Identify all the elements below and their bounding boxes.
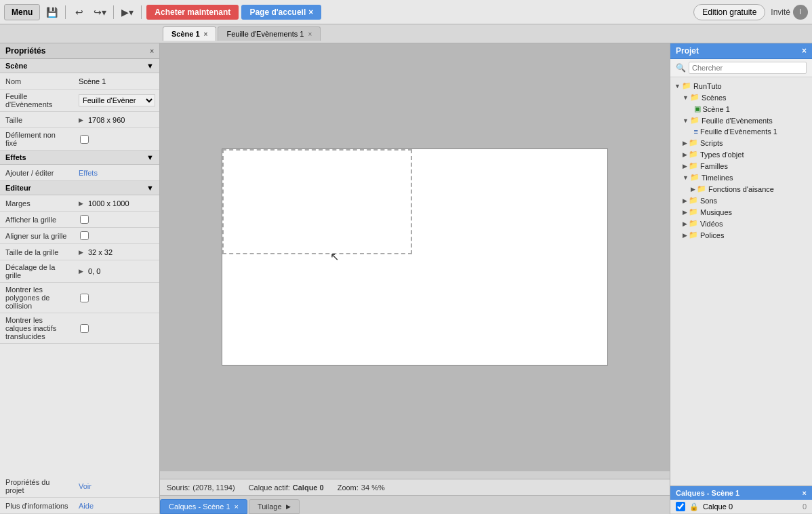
accueil-close-icon[interactable]: × [308,7,313,17]
tree-item-scripts[interactable]: ▶ 📁 Scripts [670,137,812,149]
prop-afficher-grille-value [75,212,159,226]
prop-taille-grille-text: 32 x 32 [88,248,113,256]
prop-polygones-label: Montrer les polygones de collision [0,283,75,313]
tree-item-types[interactable]: ▶ 📁 Types d'objet [670,149,812,160]
prop-taille-grille-value[interactable]: ▶ 32 x 32 [75,245,159,259]
tab-events1[interactable]: Feuille d'Evènements 1 × [218,26,321,41]
scene-section-header[interactable]: Scène ▼ [0,59,159,73]
calques-close-icon[interactable]: × [803,489,807,497]
bottom-tabbar: Calques - Scène 1 × Tuilage ▶ [160,495,670,514]
file-icon-feuille1: ≡ [694,127,698,136]
prop-project-props-link[interactable]: Voir [79,482,92,490]
prop-calques-inactifs-checkbox[interactable] [80,324,89,333]
tree-arrow-runtuto: ▼ [674,83,681,90]
invite-area: Invité I [771,5,808,20]
tree-item-scenes[interactable]: ▼ 📁 Scènes [670,92,812,103]
prop-more-info-link[interactable]: Aide [79,502,94,510]
tree-item-fonctions[interactable]: ▶ 📁 Fonctions d'aisance [670,183,812,195]
calques-row-0: 🔒 Calque 0 0 [670,500,812,514]
prop-taille-value[interactable]: ▶ 1708 x 960 [75,113,159,127]
tab-scene1-close[interactable]: × [204,31,208,38]
folder-icon-feuille: 📁 [690,116,699,125]
accueil-button[interactable]: Page d'accueil × [241,5,321,20]
prop-defilement-checkbox[interactable] [80,135,89,144]
tree-item-videos[interactable]: ▶ 📁 Vidéos [670,218,812,229]
prop-aligner-grille-checkbox[interactable] [80,231,89,240]
search-input[interactable] [689,62,807,74]
prop-decalage-grille-value[interactable]: ▶ 0, 0 [75,264,159,278]
project-header: Projet × [670,43,812,59]
prop-aligner-grille-value [75,229,159,243]
tree-arrow-types: ▶ [683,151,687,158]
tree-item-feuille1[interactable]: ≡ Feuille d'Evènements 1 [670,126,812,137]
prop-feuille: Feuilled'Evènements Feuille d'Evèner [0,90,159,112]
editor-section-label: Editeur [5,184,31,192]
prop-project-props-value: Voir [75,479,159,493]
play-button[interactable]: ▶▾ [119,3,136,21]
project-close-icon[interactable]: × [802,46,807,56]
prop-feuille-value[interactable]: Feuille d'Evèner [75,92,159,109]
tree-arrow-feuille-folder: ▼ [683,117,689,124]
project-panel: Projet × 🔍 ▼ 📁 RunTuto ▼ 📁 Scènes [670,43,812,514]
canvas-dashed-rect [222,149,412,254]
bottom-tab-tuilage-close[interactable]: ▶ [286,503,291,510]
prop-feuille-label: Feuilled'Evènements [0,90,75,111]
prop-calques-inactifs: Montrer les calques inactifs translucide… [0,313,159,344]
tree-item-sons[interactable]: ▶ 📁 Sons [670,195,812,206]
folder-icon-familles: 📁 [689,161,698,170]
redo-dropdown-button[interactable]: ↪▾ [91,3,108,21]
bottom-tab-calques-close[interactable]: × [235,502,239,511]
search-icon: 🔍 [676,63,686,73]
edition-button[interactable]: Edition gratuite [693,4,765,20]
tree-arrow-fonctions: ▶ [691,186,695,193]
prop-feuille-select[interactable]: Feuille d'Evèner [79,94,155,106]
tree-item-familles[interactable]: ▶ 📁 Familles [670,160,812,172]
prop-taille-text: 1708 x 960 [88,116,125,124]
prop-polygones: Montrer les polygones de collision [0,283,159,313]
tab-scene1[interactable]: Scène 1 × [163,26,216,41]
zoom-label: Zoom: [338,483,359,492]
souris-coords: (2078, 1194) [192,483,235,492]
prop-more-info-value: Aide [75,499,159,513]
avatar[interactable]: I [793,5,808,20]
save-button[interactable]: 💾 [43,3,60,21]
tree-item-timelines[interactable]: ▼ 📁 Timelines [670,172,812,183]
horizontal-scrollbar[interactable] [160,471,670,479]
statusbar-souris: Souris: (2078, 1194) [167,483,235,492]
prop-effets-link[interactable]: Effets [79,169,98,177]
main-content: Propriétés × Scène ▼ Nom Scène 1 Feuille… [0,43,812,514]
tree-item-musiques[interactable]: ▶ 📁 Musiques [670,206,812,218]
statusbar: Souris: (2078, 1194) Calque actif: Calqu… [160,479,670,495]
scene-canvas[interactable]: ↖ [222,149,608,365]
effects-section-header[interactable]: Effets ▼ [0,151,159,165]
folder-icon-polices: 📁 [689,231,698,239]
menu-button[interactable]: Menu [4,4,40,20]
tree-arrow-polices: ▶ [683,232,687,239]
tree-item-feuille-folder[interactable]: ▼ 📁 Feuille d'Evènements [670,115,812,126]
prop-polygones-checkbox[interactable] [80,294,89,302]
canvas-cursor: ↖ [330,250,339,263]
search-bar: 🔍 [670,59,812,77]
tree-item-scene1[interactable]: ▣ Scène 1 [670,103,812,115]
acheter-button[interactable]: Acheter maintenant [146,5,239,20]
prop-nom-label: Nom [0,75,75,88]
undo-button[interactable]: ↩ [70,3,88,21]
bottom-tab-tuilage[interactable]: Tuilage ▶ [249,499,300,514]
prop-marges-value[interactable]: ▶ 1000 x 1000 [75,197,159,210]
tab-events1-close[interactable]: × [308,31,312,38]
calques-checkbox-0[interactable] [676,502,685,511]
tab-scene1-label: Scène 1 [171,30,200,38]
calques-header: Calques - Scène 1 × [670,486,812,500]
tree-item-runtuto[interactable]: ▼ 📁 RunTuto [670,80,812,92]
folder-icon-scenes: 📁 [690,93,699,102]
tree-item-polices[interactable]: ▶ 📁 Polices [670,229,812,241]
properties-close-icon[interactable]: × [150,47,154,55]
prop-afficher-grille-checkbox[interactable] [80,215,89,224]
prop-effets-value: Effets [75,166,159,180]
editor-section-header[interactable]: Editeur ▼ [0,181,159,195]
folder-icon-musiques: 📁 [689,207,698,216]
tabbar: Scène 1 × Feuille d'Evènements 1 × [0,24,812,43]
tree-arrow-scene1 [691,106,693,113]
canvas-area[interactable]: ↖ [160,43,670,471]
bottom-tab-calques[interactable]: Calques - Scène 1 × [160,499,247,514]
